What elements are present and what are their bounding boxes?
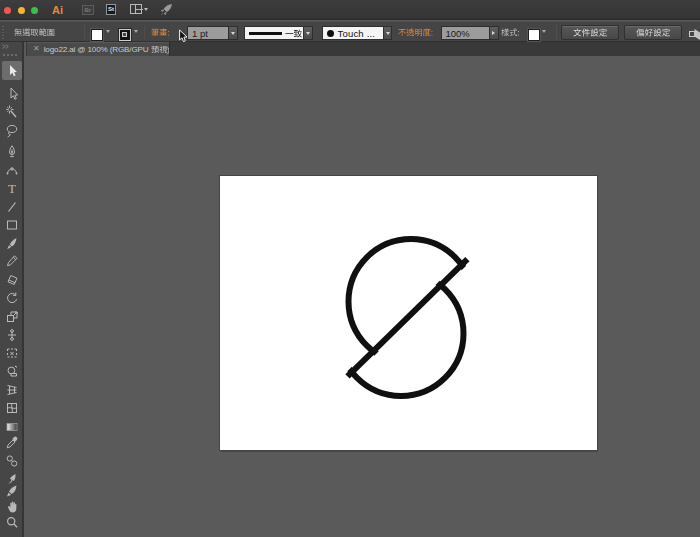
svg-text:T: T [8,182,16,196]
